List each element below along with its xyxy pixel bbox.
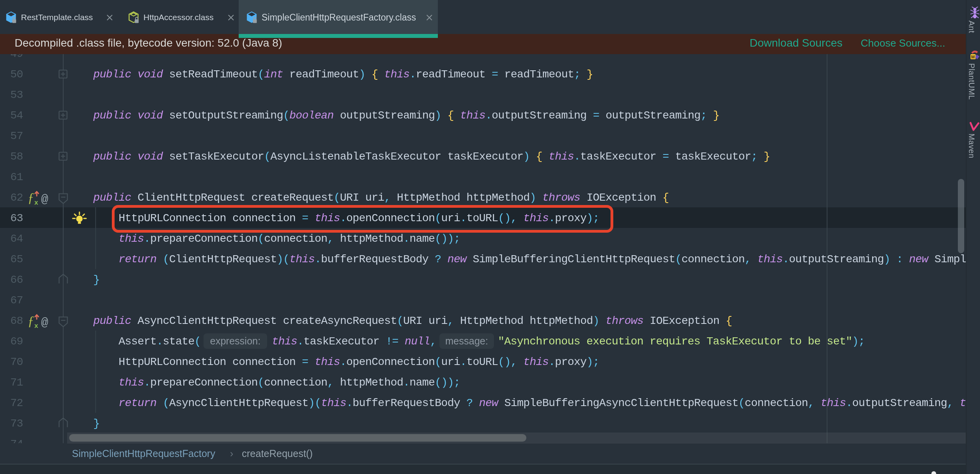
svg-text:M: M bbox=[971, 55, 975, 59]
